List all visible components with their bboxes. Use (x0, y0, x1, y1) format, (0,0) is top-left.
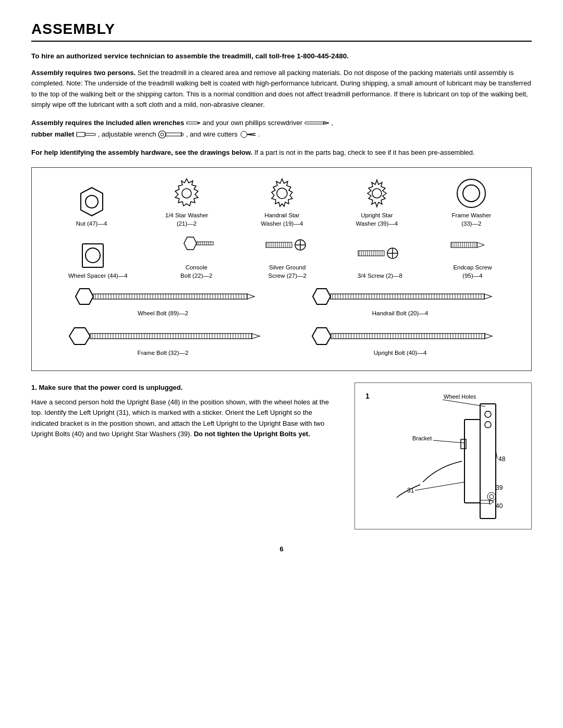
step-1-diagram: 1 Wheel Holes 48 31 Bracket 39 (354, 382, 532, 529)
frame-bolt-icon (64, 325, 262, 348)
svg-rect-339 (461, 439, 466, 449)
svg-rect-49 (358, 251, 384, 256)
handrail-star-washer-item: Handrail Star Washer (19)—4 (261, 177, 303, 228)
svg-text:40: 40 (496, 502, 503, 510)
svg-rect-344 (480, 500, 489, 503)
svg-rect-202 (90, 334, 252, 339)
handrail-bolt-item: Handrail Bolt (20)—4 (282, 285, 519, 316)
handrail-bolt-icon (307, 285, 494, 308)
intro-paragraph: Assembly requires two persons. Set the t… (31, 68, 532, 110)
frame-washer-item: Frame Washer (33)—2 (450, 177, 492, 228)
adjustable-wrench-icon (158, 130, 184, 139)
svg-rect-332 (464, 419, 480, 503)
svg-text:39: 39 (496, 484, 503, 491)
svg-line-328 (443, 400, 485, 406)
svg-point-16 (85, 195, 98, 208)
hardware-row-2: Wheel Spacer (44)—4 Conso (44, 233, 519, 280)
svg-marker-78 (477, 242, 484, 248)
endcap-screw-item: Endcap Screw (95)—4 (450, 233, 495, 280)
step-1-diagram-svg: 1 Wheel Holes 48 31 Bracket 39 (360, 388, 522, 524)
svg-point-12 (241, 131, 247, 138)
svg-text:Bracket: Bracket (412, 435, 432, 441)
svg-point-331 (485, 422, 491, 428)
step-1-body: Have a second person hold the Upright Ba… (31, 397, 339, 439)
frame-washer-icon (455, 177, 487, 209)
handrail-star-washer-icon (266, 177, 298, 209)
wheel-spacer-item: Wheel Spacer (44)—4 (68, 241, 128, 280)
rubber-mallet-icon (76, 131, 96, 138)
upright-star-washer-item: Upright Star Washer (39)—4 (356, 177, 398, 228)
step-1-text: 1. Make sure that the power cord is unpl… (31, 382, 339, 529)
svg-point-330 (485, 411, 491, 417)
svg-point-8 (158, 131, 166, 138)
svg-marker-345 (489, 499, 494, 504)
svg-marker-24 (184, 237, 197, 250)
step-1-header: 1. Make sure that the power cord is unpl… (31, 382, 339, 393)
wheel-bolt-icon (69, 285, 257, 308)
bolt-row-pair-2: Frame Bolt (32)—2 (44, 325, 519, 359)
svg-rect-65 (451, 242, 477, 248)
tools-line: Assembly requires the included allen wre… (31, 117, 532, 140)
step-1-section: 1. Make sure that the power cord is unpl… (31, 382, 532, 529)
wheel-bolt-item: Wheel Bolt (89)—2 (44, 285, 282, 316)
svg-point-19 (372, 189, 382, 198)
endcap-screw-icon (450, 233, 495, 262)
intro-bold-line: To hire an authorized service technician… (31, 51, 532, 61)
handrail-bolt-label: Handrail Bolt (20)—4 (372, 310, 428, 316)
bolt-row-pair-1: Wheel Bolt (89)—2 (44, 285, 519, 319)
svg-marker-139 (247, 294, 254, 299)
three-quarter-screw-icon (358, 241, 402, 270)
svg-rect-10 (166, 133, 181, 136)
allen-wrench-icon (186, 119, 201, 127)
hardware-row-1: Nut (47)—4 1/4 Star Washer (21)—2 (44, 177, 519, 228)
frame-bolt-item: Frame Bolt (32)—2 (44, 325, 282, 356)
svg-line-336 (415, 482, 464, 490)
svg-marker-140 (313, 289, 331, 304)
silver-ground-screw-icon (265, 233, 310, 262)
svg-marker-201 (69, 328, 90, 344)
wheel-spacer-icon (80, 241, 116, 270)
upright-star-washer-icon (361, 177, 393, 209)
svg-point-23 (85, 248, 100, 263)
three-quarter-screw-item: 3/4 Screw (2)—8 (358, 241, 402, 280)
help-line: For help identifying the assembly hardwa… (31, 147, 532, 158)
wheel-bolt-label: Wheel Bolt (89)—2 (138, 310, 188, 316)
nut-item: Nut (47)—4 (71, 186, 113, 228)
svg-rect-6 (77, 132, 85, 137)
console-bolt-icon (177, 233, 216, 262)
svg-rect-0 (187, 122, 198, 124)
svg-point-342 (489, 495, 494, 499)
svg-text:1: 1 (365, 392, 370, 400)
phillips-screwdriver-icon (304, 120, 329, 126)
silver-ground-screw-item: Silver Ground Screw (27)—2 (265, 233, 310, 280)
svg-marker-264 (252, 334, 260, 339)
svg-marker-265 (312, 328, 331, 344)
page-title: ASSEMBLY (31, 21, 532, 42)
svg-marker-15 (81, 188, 103, 216)
svg-text:48: 48 (498, 455, 506, 463)
svg-point-20 (457, 179, 485, 207)
upright-bolt-item: Upright Bolt (40)—4 (282, 325, 519, 356)
svg-rect-329 (480, 404, 496, 519)
console-bolt-item: Console Bolt (22)—2 (176, 233, 217, 280)
svg-marker-79 (76, 289, 93, 304)
svg-rect-3 (305, 122, 324, 124)
svg-marker-325 (485, 334, 492, 339)
upright-bolt-label: Upright Bolt (40)—4 (374, 350, 427, 356)
page-number: 6 (31, 545, 532, 553)
svg-point-341 (487, 492, 496, 501)
svg-rect-7 (85, 133, 95, 135)
svg-marker-11 (181, 132, 184, 137)
svg-point-18 (277, 188, 287, 199)
star-washer-quarter-item: 1/4 Star Washer (21)—2 (165, 177, 209, 228)
svg-rect-33 (266, 242, 292, 248)
svg-point-21 (463, 185, 480, 202)
svg-line-338 (433, 440, 464, 443)
svg-text:Wheel Holes: Wheel Holes (444, 393, 476, 400)
frame-bolt-label: Frame Bolt (32)—2 (138, 350, 189, 356)
star-washer-quarter-icon (170, 177, 203, 209)
hardware-diagram: Nut (47)—4 1/4 Star Washer (21)—2 (31, 167, 532, 371)
svg-line-14 (247, 134, 255, 135)
upright-bolt-icon (307, 325, 494, 348)
svg-marker-200 (484, 294, 492, 299)
